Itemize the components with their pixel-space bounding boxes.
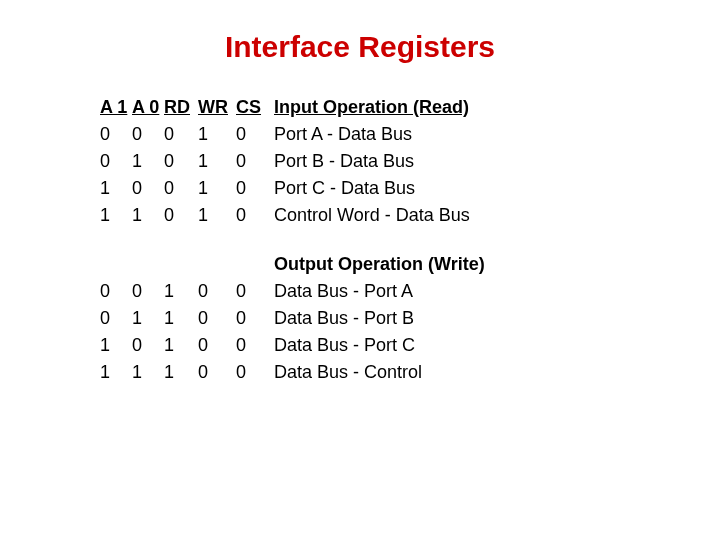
- cell-a0: 1: [132, 148, 164, 175]
- table-row: 0 1 0 1 0 Port B - Data Bus: [100, 148, 690, 175]
- col-header-a0: A 0: [132, 94, 164, 121]
- cell-cs: 0: [236, 305, 274, 332]
- cell-desc: Port B - Data Bus: [274, 148, 414, 175]
- cell-rd: 0: [164, 121, 198, 148]
- cell-wr: 0: [198, 332, 236, 359]
- cell-desc: Port C - Data Bus: [274, 175, 415, 202]
- table-row: 1 0 0 1 0 Port C - Data Bus: [100, 175, 690, 202]
- cell-a1: 0: [100, 148, 132, 175]
- col-header-a1: A 1: [100, 94, 132, 121]
- cell-a1: 0: [100, 305, 132, 332]
- cell-rd: 0: [164, 148, 198, 175]
- cell-a1: 1: [100, 175, 132, 202]
- cell-a1: 0: [100, 121, 132, 148]
- col-header-write: Output Operation (Write): [274, 251, 485, 278]
- cell-rd: 1: [164, 359, 198, 386]
- table-row: 1 1 0 1 0 Control Word - Data Bus: [100, 202, 690, 229]
- cell-a0: 1: [132, 202, 164, 229]
- table-header-row: A 1 A 0 RD WR CS Input Operation (Read): [100, 94, 690, 121]
- cell-desc: Data Bus - Port A: [274, 278, 413, 305]
- cell-cs: 0: [236, 121, 274, 148]
- cell-desc: Data Bus - Control: [274, 359, 422, 386]
- section-gap: [100, 229, 690, 251]
- col-header-cs: CS: [236, 94, 274, 121]
- cell-rd: 0: [164, 175, 198, 202]
- cell-a1: 1: [100, 202, 132, 229]
- cell-a0: 1: [132, 359, 164, 386]
- cell-wr: 1: [198, 148, 236, 175]
- cell-cs: 0: [236, 278, 274, 305]
- cell-desc: Data Bus - Port C: [274, 332, 415, 359]
- cell-a0: 0: [132, 278, 164, 305]
- cell-cs: 0: [236, 332, 274, 359]
- cell-cs: 0: [236, 175, 274, 202]
- cell-desc: Control Word - Data Bus: [274, 202, 470, 229]
- table-row: 0 1 1 0 0 Data Bus - Port B: [100, 305, 690, 332]
- cell-wr: 0: [198, 305, 236, 332]
- cell-a1: 0: [100, 278, 132, 305]
- cell-cs: 0: [236, 202, 274, 229]
- cell-a0: 0: [132, 121, 164, 148]
- table-row: 1 1 1 0 0 Data Bus - Control: [100, 359, 690, 386]
- cell-a0: 0: [132, 332, 164, 359]
- col-header-wr: WR: [198, 94, 236, 121]
- cell-wr: 0: [198, 278, 236, 305]
- cell-desc: Port A - Data Bus: [274, 121, 412, 148]
- cell-cs: 0: [236, 359, 274, 386]
- cell-wr: 1: [198, 121, 236, 148]
- write-section-header: Output Operation (Write): [100, 251, 690, 278]
- col-header-read: Input Operation (Read): [274, 94, 469, 121]
- col-header-rd: RD: [164, 94, 198, 121]
- cell-a1: 1: [100, 332, 132, 359]
- cell-a1: 1: [100, 359, 132, 386]
- table-row: 0 0 1 0 0 Data Bus - Port A: [100, 278, 690, 305]
- cell-desc: Data Bus - Port B: [274, 305, 414, 332]
- slide: Interface Registers A 1 A 0 RD WR CS Inp…: [0, 0, 720, 406]
- cell-rd: 1: [164, 332, 198, 359]
- cell-wr: 1: [198, 202, 236, 229]
- cell-wr: 1: [198, 175, 236, 202]
- cell-wr: 0: [198, 359, 236, 386]
- cell-rd: 1: [164, 305, 198, 332]
- cell-rd: 0: [164, 202, 198, 229]
- cell-cs: 0: [236, 148, 274, 175]
- table-row: 1 0 1 0 0 Data Bus - Port C: [100, 332, 690, 359]
- page-title: Interface Registers: [30, 30, 690, 64]
- table-row: 0 0 0 1 0 Port A - Data Bus: [100, 121, 690, 148]
- cell-a0: 0: [132, 175, 164, 202]
- cell-rd: 1: [164, 278, 198, 305]
- cell-a0: 1: [132, 305, 164, 332]
- register-table: A 1 A 0 RD WR CS Input Operation (Read) …: [100, 94, 690, 386]
